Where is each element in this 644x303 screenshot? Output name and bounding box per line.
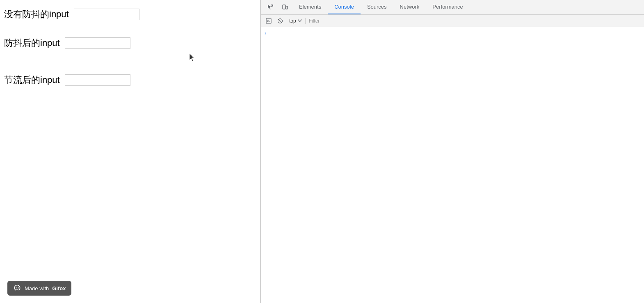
svg-line-7 — [279, 19, 282, 23]
gifox-brand: Gifox — [52, 285, 66, 292]
devtools-tabs: Elements Console Sources Network Perform… — [292, 0, 642, 14]
devtools-panel: Elements Console Sources Network Perform… — [261, 0, 644, 303]
execute-script-button[interactable] — [263, 15, 274, 27]
devtools-secondary-toolbar: top Filter — [261, 15, 644, 27]
svg-rect-2 — [283, 5, 285, 9]
console-prompt-chevron[interactable]: › — [265, 30, 266, 36]
debounce-label: 防抖后的input — [4, 37, 60, 49]
gifox-made-with: Made with — [25, 285, 49, 292]
inspect-element-button[interactable] — [263, 0, 278, 15]
filter-placeholder: Filter — [309, 18, 320, 24]
device-toolbar-button[interactable] — [278, 0, 292, 15]
gifox-badge: Made with Gifox — [7, 281, 71, 296]
tab-console[interactable]: Console — [328, 0, 361, 14]
no-debounce-row: 没有防抖的input — [4, 8, 260, 21]
execute-icon — [266, 18, 272, 24]
filter-area: Filter — [305, 18, 642, 24]
throttle-label: 节流后的input — [4, 74, 60, 86]
svg-rect-3 — [286, 6, 288, 9]
tab-performance[interactable]: Performance — [426, 0, 469, 14]
svg-point-0 — [16, 287, 17, 289]
clear-icon — [277, 18, 283, 24]
throttle-input[interactable] — [65, 74, 130, 86]
devtools-toolbar: Elements Console Sources Network Perform… — [261, 0, 644, 15]
clear-console-button[interactable] — [274, 15, 286, 27]
no-debounce-input[interactable] — [74, 9, 139, 20]
svg-point-1 — [18, 287, 19, 289]
no-debounce-label: 没有防抖的input — [4, 8, 69, 21]
inspect-icon — [267, 4, 274, 11]
console-output: › — [261, 27, 644, 303]
mouse-cursor-icon — [190, 53, 197, 62]
gifox-logo-icon — [13, 284, 21, 292]
dropdown-arrow-icon — [298, 19, 302, 23]
debounce-input[interactable] — [65, 37, 130, 49]
throttle-row: 节流后的input — [4, 74, 260, 86]
webpage-panel: 没有防抖的input 防抖后的input 节流后的input Made with… — [0, 0, 260, 303]
debounce-row: 防抖后的input — [4, 37, 260, 49]
tab-sources[interactable]: Sources — [361, 0, 393, 14]
tab-network[interactable]: Network — [393, 0, 426, 14]
device-icon — [282, 4, 288, 11]
context-value: top — [289, 18, 296, 24]
context-selector[interactable]: top — [286, 17, 305, 25]
tab-elements[interactable]: Elements — [292, 0, 328, 14]
console-prompt-row: › — [261, 29, 644, 37]
